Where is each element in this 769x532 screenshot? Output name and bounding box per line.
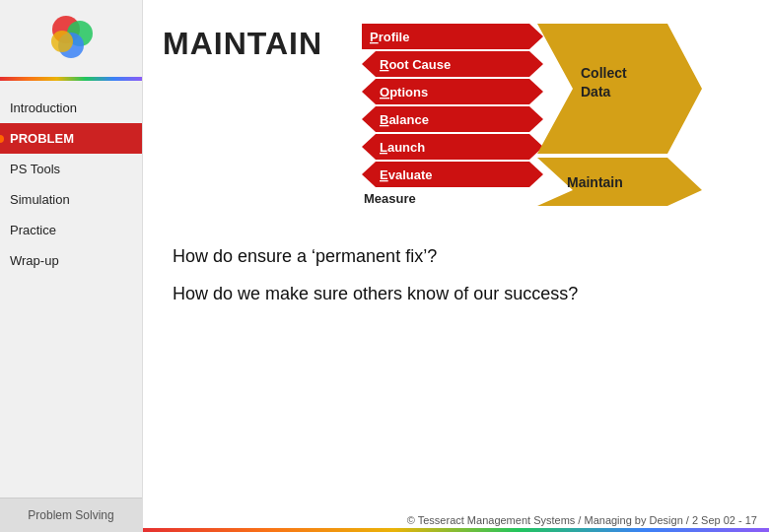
sidebar-item-introduction[interactable]: Introduction	[0, 93, 142, 123]
sidebar-item-wrap-up[interactable]: Wrap-up	[0, 245, 142, 276]
problem-diagram: Profile Root Cause Options Balance	[362, 24, 702, 206]
svg-text:Options: Options	[380, 85, 428, 100]
main-content: MAINTAIN Profile Root Cause Options	[143, 0, 769, 532]
svg-text:Maintain: Maintain	[567, 174, 623, 190]
svg-point-3	[51, 31, 73, 52]
sidebar-nav: Introduction PROBLEM PS Tools Simulation…	[0, 85, 142, 498]
svg-text:Root Cause: Root Cause	[380, 57, 451, 72]
sidebar-item-practice[interactable]: Practice	[0, 215, 142, 245]
main-body: How do ensure a ‘permanent fix’? How do …	[143, 210, 769, 532]
svg-text:Evaluate: Evaluate	[380, 167, 432, 182]
footer-bar	[143, 528, 769, 532]
sidebar-footer: Problem Solving	[0, 498, 142, 532]
sidebar-divider	[0, 77, 142, 81]
svg-text:Balance: Balance	[380, 112, 429, 127]
sidebar-logo	[0, 0, 142, 73]
svg-marker-16	[537, 24, 702, 154]
sidebar-item-simulation[interactable]: Simulation	[0, 184, 142, 215]
svg-text:Measure: Measure	[364, 191, 416, 206]
question-1: How do ensure a ‘permanent fix’?	[173, 243, 739, 271]
question-2: How do we make sure others know of our s…	[173, 281, 739, 308]
page-footer: © Tesseract Management Systems / Managin…	[407, 514, 757, 526]
diagram-container: Profile Root Cause Options Balance	[362, 24, 702, 210]
svg-text:Collect: Collect	[581, 65, 627, 81]
sidebar: Introduction PROBLEM PS Tools Simulation…	[0, 0, 143, 532]
svg-text:Launch: Launch	[380, 140, 425, 155]
logo-icon	[44, 12, 98, 65]
svg-text:Profile: Profile	[370, 30, 409, 44]
page-title: MAINTAIN	[163, 26, 322, 62]
main-header: MAINTAIN Profile Root Cause Options	[143, 0, 769, 210]
svg-text:Data: Data	[581, 84, 611, 100]
sidebar-item-problem[interactable]: PROBLEM	[0, 123, 142, 154]
sidebar-item-ps-tools[interactable]: PS Tools	[0, 154, 142, 184]
